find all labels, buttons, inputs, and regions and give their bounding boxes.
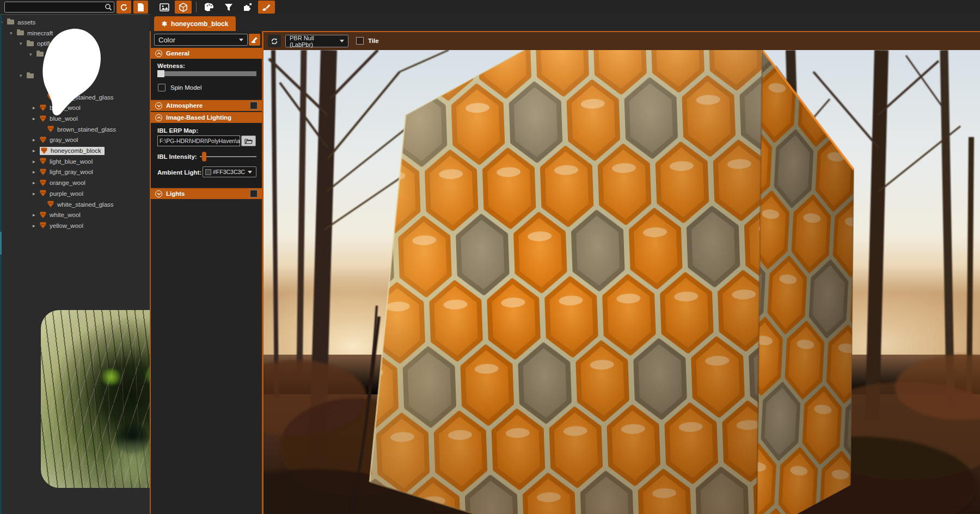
chevron-down-circle-icon [155, 190, 162, 197]
tree-item-label: yellow_wool [50, 222, 83, 229]
spin-model-checkbox[interactable] [158, 84, 166, 91]
material-icon [40, 222, 46, 229]
section-body-general: Wetness: Spin Model [151, 59, 262, 99]
tile-checkbox[interactable] [356, 37, 364, 45]
model-3d-view-button[interactable] [175, 1, 192, 14]
material-icon [40, 169, 46, 176]
ambient-light-value: #FF3C3C3C [211, 169, 248, 175]
plugin-button[interactable] [239, 1, 256, 14]
tree-item-label: orange_wool [50, 179, 85, 186]
cube-3d-icon [179, 3, 188, 12]
tree-material-row[interactable]: ▸white_wool [0, 209, 150, 220]
section-header-atmosphere[interactable]: Atmosphere [151, 100, 262, 111]
tree-item-label: white_stained_glass [57, 201, 114, 208]
viewport-header: PBR Null (LabPbr) Tile [264, 31, 980, 50]
tab-honeycomb-block[interactable]: ✱ honeycomb_block [154, 16, 236, 31]
lights-enabled-checkbox[interactable] [250, 190, 258, 197]
scene-render [264, 50, 980, 514]
refresh-icon [271, 38, 278, 45]
ibl-erp-map-input[interactable]: F:\PG-HDRI\HDRI\PolyHaven\autumn_f [157, 135, 240, 146]
material-icon [40, 137, 46, 144]
ibl-erp-map-label: IBL ERP Map: [157, 127, 198, 134]
ambient-light-dropdown[interactable]: #FF3C3C3C [203, 166, 256, 177]
tree-scrollbar-thumb[interactable] [0, 232, 2, 255]
tree-selection-highlight[interactable]: honeycomb_block [40, 147, 105, 155]
tree-material-row[interactable]: ▸purple_wool [0, 188, 150, 199]
chevron-down-circle-icon [155, 102, 162, 109]
tile-label: Tile [368, 38, 379, 44]
palette-icon [205, 3, 214, 11]
section-header-lights[interactable]: Lights [151, 188, 262, 199]
tree-material-row[interactable]: white_stained_glass [0, 199, 150, 210]
top-bar [0, 0, 980, 14]
pencil-icon [251, 36, 258, 44]
section-body-ibl: IBL ERP Map: F:\PG-HDRI\HDRI\PolyHaven\a… [151, 123, 262, 187]
ambient-light-label: Ambient Light: [157, 169, 201, 176]
browse-erp-map-button[interactable] [241, 135, 256, 146]
material-icon [41, 147, 47, 154]
tree-caret-icon[interactable]: ▸ [33, 138, 37, 142]
tree-caret-icon[interactable]: ▸ [33, 148, 37, 153]
material-icon [40, 190, 46, 197]
chevron-down-icon [340, 40, 344, 42]
spin-model-label: Spin Model [170, 84, 202, 91]
channel-selector-dropdown[interactable]: Color [154, 34, 248, 46]
chevron-up-circle-icon [155, 114, 162, 121]
wetness-slider-track[interactable] [157, 71, 256, 76]
wetness-label: Wetness: [157, 63, 185, 69]
wetness-slider-handle[interactable] [157, 70, 164, 77]
filter-button[interactable] [220, 1, 237, 14]
edit-channel-button[interactable] [249, 34, 260, 46]
tree-caret-icon[interactable]: ▸ [33, 159, 37, 164]
tree-caret-icon[interactable]: ▸ [33, 224, 37, 228]
material-icon [40, 179, 46, 187]
tree-caret-icon[interactable] [40, 202, 45, 207]
tree-material-row[interactable]: ▸orange_wool [0, 177, 150, 188]
tree-caret-icon[interactable]: ▸ [33, 191, 37, 196]
image-icon [160, 3, 169, 11]
tree-caret-icon[interactable]: ▸ [33, 213, 37, 217]
channel-selector-row: Color [151, 31, 262, 47]
palette-button[interactable] [201, 1, 218, 14]
tab-label: honeycomb_block [171, 20, 228, 28]
section-title: Atmosphere [166, 102, 203, 109]
section-title: General [166, 50, 189, 57]
shader-mode-dropdown[interactable]: PBR Null (LabPbr) [285, 35, 348, 47]
tree-material-row[interactable]: ▸honeycomb_block [0, 145, 150, 156]
tree-material-row[interactable]: ▸gray_wool [0, 135, 150, 146]
viewport-refresh-button[interactable] [268, 35, 281, 47]
channel-selector-value: Color [155, 36, 239, 44]
section-header-general[interactable]: General [151, 48, 262, 59]
preview-eye-glow-left [100, 369, 122, 385]
ibl-intensity-slider-track[interactable] [200, 156, 256, 157]
tree-caret-icon[interactable]: ▸ [33, 170, 37, 174]
atmosphere-enabled-checkbox[interactable] [250, 102, 258, 109]
viewport-3d-scene[interactable] [264, 50, 980, 514]
filter-icon [224, 3, 233, 11]
tree-material-row[interactable]: ▸light_gray_wool [0, 167, 150, 178]
tree-item-label: gray_wool [50, 137, 78, 143]
puzzle-icon [243, 3, 252, 11]
material-icon [40, 212, 46, 219]
tree-material-row[interactable]: ▸yellow_wool [0, 220, 150, 231]
tree-item-label: purple_wool [50, 190, 83, 197]
paint-button[interactable] [258, 1, 275, 14]
section-header-ibl[interactable]: Image-Based Lighting [151, 112, 262, 123]
ambient-color-swatch [205, 169, 211, 175]
app-window: ✱ honeycomb_block ▾assets▾minecraft▾opti… [0, 0, 980, 514]
tab-strip: ✱ honeycomb_block [150, 14, 980, 31]
image-view-button[interactable] [156, 1, 173, 14]
main-toolbar [156, 1, 277, 14]
shader-mode-value: PBR Null (LabPbr) [286, 35, 340, 48]
chevron-down-icon [248, 171, 252, 174]
tree-caret-icon[interactable]: ▸ [33, 181, 37, 185]
ibl-intensity-slider-handle[interactable] [202, 152, 206, 162]
material-icon [47, 201, 54, 208]
toolbar-separator [196, 2, 197, 13]
tree-item-label: light_gray_wool [50, 169, 93, 175]
section-title: Lights [166, 190, 185, 197]
ibl-intensity-label: IBL Intensity: [157, 153, 197, 160]
tree-material-row[interactable]: ▸light_blue_wool [0, 156, 150, 167]
brush-icon [262, 3, 271, 11]
folder-open-icon [244, 138, 253, 144]
